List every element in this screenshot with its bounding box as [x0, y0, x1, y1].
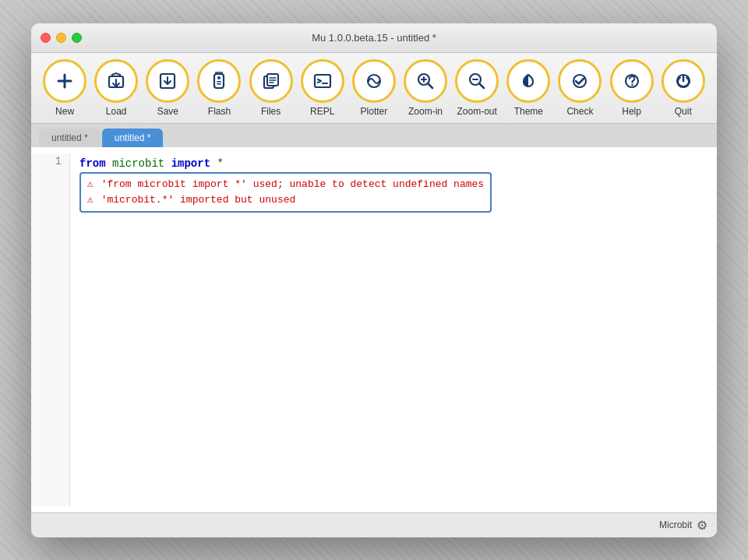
new-button[interactable]: New	[43, 59, 86, 117]
toolbar: New Load Save	[31, 53, 717, 124]
zoom-in-icon	[404, 59, 447, 103]
svg-line-21	[480, 83, 485, 88]
tab-untitled2[interactable]: untitled *	[102, 129, 164, 147]
help-button[interactable]: Help	[610, 59, 654, 117]
warning-line-1: ⚠ 'from microbit import *' used; unable …	[87, 177, 484, 192]
save-button[interactable]: Save	[146, 59, 189, 117]
quit-button[interactable]: Quit	[662, 59, 705, 117]
warning-line-2: ⚠ 'microbit.*' imported but unused	[87, 192, 484, 208]
tab-untitled1[interactable]: untitled *	[39, 129, 101, 147]
flash-button[interactable]: Flash	[197, 59, 241, 117]
svg-point-25	[631, 83, 633, 85]
zoom-out-icon	[455, 59, 499, 103]
module-name: microbit	[112, 157, 164, 170]
load-button[interactable]: Load	[94, 59, 138, 117]
plotter-label: Plotter	[361, 106, 388, 117]
check-button[interactable]: Check	[558, 59, 602, 117]
code-line-1: from microbit import *	[79, 155, 707, 172]
window-title: Mu 1.0.0.beta.15 - untitled *	[312, 32, 436, 44]
warning-icon-2: ⚠	[87, 194, 94, 206]
traffic-lights	[41, 33, 82, 43]
warning-text-2: 'microbit.*' imported but unused	[101, 194, 296, 206]
svg-point-5	[217, 76, 221, 79]
svg-line-17	[429, 83, 433, 88]
warning-icon-1: ⚠	[87, 178, 94, 190]
quit-icon	[662, 59, 705, 103]
line-numbers: 1	[31, 153, 70, 506]
theme-label: Theme	[514, 106, 543, 117]
code-area[interactable]: from microbit import * ⚠ 'from microbit …	[70, 153, 717, 506]
flash-label: Flash	[208, 106, 231, 117]
new-label: New	[55, 106, 74, 117]
repl-label: REPL	[310, 106, 334, 117]
zoom-in-label: Zoom-in	[408, 106, 443, 117]
repl-button[interactable]: REPL	[301, 59, 344, 117]
files-label: Files	[261, 106, 280, 117]
save-label: Save	[157, 106, 178, 117]
help-label: Help	[622, 106, 641, 117]
svg-rect-7	[217, 83, 221, 85]
new-icon	[43, 59, 86, 103]
status-bar: Microbit ⚙	[31, 512, 717, 537]
gear-icon[interactable]: ⚙	[697, 518, 707, 533]
zoom-out-button[interactable]: Zoom-out	[455, 59, 499, 117]
app-window: Mu 1.0.0.beta.15 - untitled * New	[31, 23, 717, 537]
keyword-import: import	[171, 157, 210, 170]
files-button[interactable]: Files	[249, 59, 293, 117]
theme-button[interactable]: Theme	[506, 59, 550, 117]
minimize-button[interactable]	[56, 33, 66, 43]
close-button[interactable]	[41, 33, 51, 43]
help-icon	[610, 59, 654, 103]
maximize-button[interactable]	[72, 33, 82, 43]
warning-text-1: 'from microbit import *' used; unable to…	[101, 178, 484, 190]
title-bar: Mu 1.0.0.beta.15 - untitled *	[31, 23, 717, 53]
warning-box: ⚠ 'from microbit import *' used; unable …	[79, 172, 492, 213]
theme-icon	[506, 59, 550, 103]
plotter-icon	[352, 59, 396, 103]
editor-content: 1 from microbit import * ⚠ 'from microbi…	[31, 147, 717, 512]
svg-rect-6	[217, 81, 221, 83]
files-icon	[249, 59, 293, 103]
check-label: Check	[566, 106, 593, 117]
code-star: *	[217, 157, 223, 170]
quit-label: Quit	[675, 106, 692, 117]
load-label: Load	[106, 106, 127, 117]
tabs-bar: untitled * untitled *	[31, 124, 717, 147]
status-mode: Microbit	[659, 519, 692, 530]
zoom-in-button[interactable]: Zoom-in	[404, 59, 447, 117]
repl-icon	[301, 59, 344, 103]
flash-icon	[197, 59, 241, 103]
load-icon	[94, 59, 138, 103]
save-icon	[146, 59, 189, 103]
editor-area: 1 from microbit import * ⚠ 'from microbi…	[31, 147, 717, 512]
zoom-out-label: Zoom-out	[457, 106, 497, 117]
plotter-button[interactable]: Plotter	[352, 59, 396, 117]
svg-rect-13	[315, 75, 330, 87]
keyword-from: from	[79, 157, 106, 170]
check-icon	[558, 59, 602, 103]
